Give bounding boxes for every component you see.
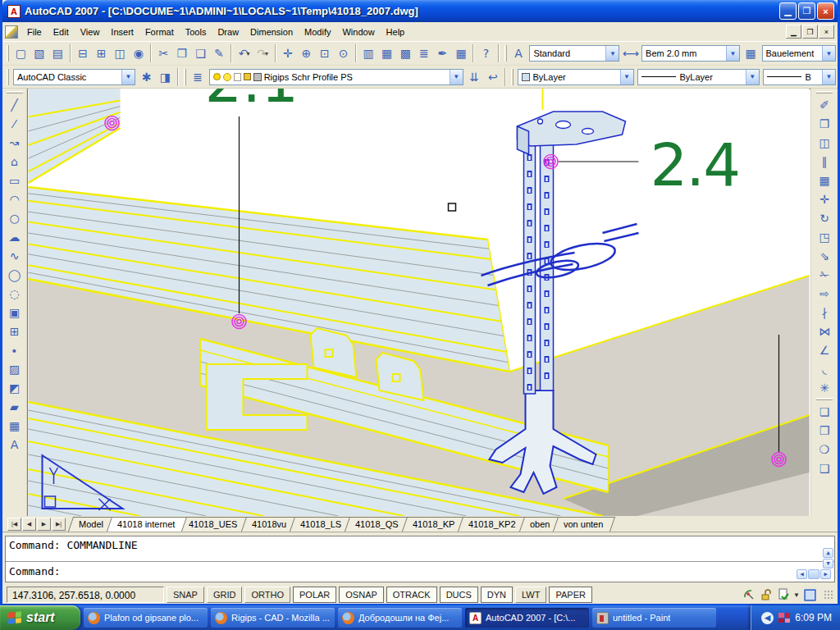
send-to-back-button[interactable]: ❒ <box>815 421 834 440</box>
copy-button[interactable]: ❐ <box>815 114 834 133</box>
toggle-ortho[interactable]: ORTHO <box>244 587 290 603</box>
command-horizontal-scrollbar[interactable]: ◀ ▶ <box>797 569 831 579</box>
paste-button[interactable]: ❑ <box>191 44 210 62</box>
tray-dropdown-icon[interactable]: ▼ <box>793 591 800 599</box>
rotate-button[interactable]: ↻ <box>815 208 834 227</box>
menu-draw[interactable]: Draw <box>212 25 244 39</box>
close-doc-button[interactable]: × <box>819 25 834 39</box>
tab-nav-prev[interactable]: ◀ <box>22 518 36 531</box>
drawing-area[interactable]: 2.1 2.4 <box>27 89 810 516</box>
toolbar-lock-icon[interactable] <box>759 588 773 602</box>
tab-41018-qs[interactable]: 41018_QS <box>345 517 411 532</box>
workspace-settings-button[interactable]: ✱ <box>137 68 156 86</box>
scroll-left-icon[interactable]: ◀ <box>797 569 807 579</box>
close-button[interactable]: × <box>817 2 834 20</box>
dropdown-arrow-icon[interactable]: ▼ <box>822 46 835 61</box>
my-workspace-button[interactable]: ◨ <box>156 68 175 86</box>
menu-format[interactable]: Format <box>139 25 180 39</box>
dim-style-button[interactable]: ⟷ <box>621 44 640 62</box>
hatch-button[interactable]: ▨ <box>5 359 24 378</box>
publish-button[interactable]: ◫ <box>111 44 130 62</box>
toggle-dyn[interactable]: DYN <box>481 587 513 603</box>
toggle-otrack[interactable]: OTRACK <box>386 587 437 603</box>
minimize-doc-button[interactable]: ▁ <box>786 25 801 39</box>
toggle-osnap[interactable]: OSNAP <box>339 587 384 603</box>
fillet-button[interactable]: ◟ <box>815 359 834 378</box>
3d-dwf-button[interactable]: ◉ <box>129 44 148 62</box>
match-properties-button[interactable]: ✎ <box>210 44 229 62</box>
minimize-button[interactable]: ▁ <box>779 2 797 20</box>
extend-button[interactable]: ⇨ <box>815 284 834 303</box>
tray-collapse-icon[interactable]: ◀ <box>761 612 774 624</box>
toggle-snap[interactable]: SNAP <box>167 587 204 603</box>
dropdown-arrow-icon[interactable]: ▼ <box>822 70 835 84</box>
zoom-realtime-button[interactable]: ⊕ <box>297 44 316 62</box>
point-button[interactable]: ∙ <box>5 340 24 359</box>
construction-line-button[interactable]: ⁄ <box>5 114 24 133</box>
make-block-button[interactable]: ⊞ <box>5 322 24 340</box>
new-button[interactable]: ▢ <box>11 44 30 62</box>
drawing-canvas[interactable]: 2.1 2.4 <box>27 89 810 516</box>
tab-41018-kp2[interactable]: 41018_KP2 <box>458 517 528 532</box>
quickcalc-button[interactable]: ▦ <box>452 44 471 62</box>
redo-button[interactable]: ↷▾ <box>253 44 272 62</box>
task-button[interactable]: Plafon od gipsane plo... <box>84 608 208 628</box>
workspace-combo[interactable]: AutoCAD Classic▼ <box>13 69 135 85</box>
resize-grip[interactable] <box>824 590 833 600</box>
text-style-combo[interactable]: Standard▼ <box>529 45 619 62</box>
tool-palettes-button[interactable]: ▩ <box>396 44 415 62</box>
task-button[interactable]: Rigips - CAD - Mozilla ... <box>211 608 335 628</box>
tab-41018-kp[interactable]: 41018_KP <box>402 517 468 532</box>
properties-button[interactable]: ▥ <box>359 44 378 62</box>
markup-button[interactable]: ✒ <box>433 44 452 62</box>
command-input[interactable]: Command: <box>6 562 834 582</box>
tab-nav-first[interactable]: |◀ <box>7 518 21 531</box>
communication-center-icon[interactable] <box>742 588 756 602</box>
zoom-previous-button[interactable]: ⊙ <box>334 44 353 62</box>
task-button[interactable]: AAutoCAD 2007 - [C:\... <box>465 608 589 628</box>
task-button[interactable]: Добродошли на Феј... <box>338 608 462 628</box>
menu-view[interactable]: View <box>75 25 106 39</box>
open-button[interactable]: ▧ <box>30 44 49 62</box>
save-button[interactable]: ▤ <box>48 44 67 62</box>
revision-cloud-button[interactable]: ☁ <box>5 227 24 246</box>
spline-button[interactable]: ∿ <box>5 246 24 265</box>
coordinate-readout[interactable]: 147.3106, 257.6518, 0.0000 <box>7 587 164 603</box>
command-vertical-scrollbar[interactable]: ▲ ▼ <box>823 548 833 568</box>
line-button[interactable]: ╱ <box>5 95 24 114</box>
dropdown-arrow-icon[interactable]: ▼ <box>746 70 759 84</box>
chamfer-button[interactable]: ∠ <box>815 340 834 359</box>
title-bar[interactable]: A AutoCAD 2007 - [C:\DOCUME~1\ADMINI~1\L… <box>2 0 838 22</box>
menu-window[interactable]: Window <box>336 25 380 39</box>
cut-button[interactable]: ✂ <box>154 44 173 62</box>
toolbar-grip[interactable] <box>816 91 833 94</box>
undo-button[interactable]: ↶▾ <box>235 44 253 62</box>
toolbar-grip[interactable] <box>7 69 9 85</box>
toggle-paper[interactable]: PAPER <box>549 587 591 603</box>
plot-preview-button[interactable]: ⊞ <box>92 44 111 62</box>
toolbar-grip[interactable] <box>7 45 9 62</box>
dropdown-arrow-icon[interactable]: ▼ <box>726 46 739 61</box>
trim-button[interactable]: ✁ <box>815 265 834 284</box>
tab-41018-internet[interactable]: 41018 internet <box>107 517 188 532</box>
clean-screen-icon[interactable] <box>803 588 817 602</box>
scroll-right-icon[interactable]: ▶ <box>820 569 831 579</box>
color-combo[interactable]: ByLayer▼ <box>518 69 633 85</box>
circle-button[interactable]: ○ <box>5 208 24 227</box>
menu-file[interactable]: File <box>21 25 48 39</box>
stretch-button[interactable]: ⇘ <box>815 246 834 265</box>
dropdown-arrow-icon[interactable]: ▼ <box>450 70 463 84</box>
standards-check-icon[interactable] <box>776 588 790 602</box>
move-button[interactable]: ✛ <box>815 189 834 208</box>
scroll-thumb[interactable] <box>808 569 819 579</box>
ellipse-arc-button[interactable]: ◌ <box>5 284 24 303</box>
scale-button[interactable]: ◳ <box>815 227 834 246</box>
help-button[interactable]: ? <box>477 44 495 62</box>
region-button[interactable]: ▰ <box>5 397 24 416</box>
toolbar-grip[interactable] <box>504 45 507 62</box>
erase-button[interactable]: ✐ <box>815 95 834 114</box>
bring-to-front-button[interactable]: ❏ <box>815 402 834 421</box>
dim-style-combo[interactable]: Bem 2.0 mm▼ <box>641 45 740 62</box>
ellipse-button[interactable]: ◯ <box>5 265 24 284</box>
menu-help[interactable]: Help <box>381 25 411 39</box>
